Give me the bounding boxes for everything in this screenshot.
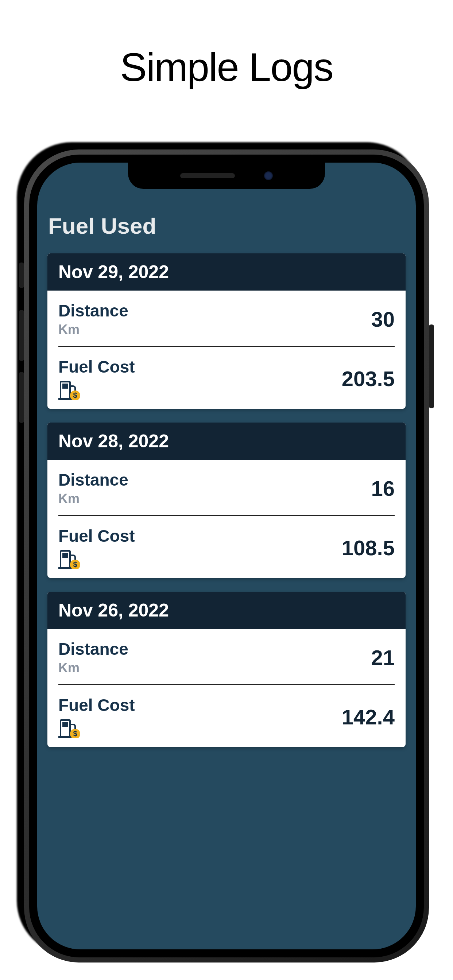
log-card[interactable]: Nov 28, 2022 Distance Km 16 [48,423,405,578]
distance-unit: Km [58,322,128,337]
fuel-cost-value: 108.5 [342,536,395,560]
log-card[interactable]: Nov 29, 2022 Distance Km 30 [48,253,405,409]
fuel-cost-row: Fuel Cost [58,346,395,409]
power-button [429,325,434,408]
fuel-pump-cost-icon: $ [58,549,84,569]
distance-label: Distance [58,639,128,659]
fuel-cost-value: 142.4 [342,705,395,729]
svg-text:$: $ [73,560,77,568]
phone-notch [128,162,325,189]
log-list[interactable]: Nov 29, 2022 Distance Km 30 [37,253,416,747]
marketing-title: Simple Logs [0,0,453,90]
volume-up-button [19,310,24,361]
svg-text:$: $ [73,391,77,399]
distance-label: Distance [58,301,128,320]
log-date: Nov 26, 2022 [48,592,405,629]
fuel-cost-label: Fuel Cost [58,695,135,715]
fuel-pump-cost-icon: $ [58,380,84,400]
distance-label: Distance [58,470,128,490]
distance-value: 16 [371,476,395,501]
screen-title: Fuel Used [37,206,416,253]
distance-row: Distance Km 21 [58,629,395,684]
fuel-cost-label: Fuel Cost [58,526,135,546]
fuel-cost-label: Fuel Cost [58,357,135,377]
svg-rect-6 [62,553,68,558]
fuel-cost-row: Fuel Cost [58,684,395,747]
volume-down-button [19,372,24,423]
distance-unit: Km [58,660,128,676]
distance-value: 21 [371,645,395,670]
log-date: Nov 29, 2022 [48,253,405,291]
silence-switch [19,262,24,288]
fuel-cost-row: Fuel Cost [58,515,395,578]
fuel-cost-value: 203.5 [342,366,395,391]
svg-rect-11 [62,722,68,727]
distance-row: Distance Km 30 [58,291,395,346]
fuel-pump-cost-icon: $ [58,719,84,738]
log-card[interactable]: Nov 26, 2022 Distance Km 21 [48,592,405,747]
distance-row: Distance Km 16 [58,460,395,515]
log-date: Nov 28, 2022 [48,423,405,460]
svg-rect-1 [62,383,68,389]
distance-value: 30 [371,307,395,331]
distance-unit: Km [58,491,128,506]
phone-screen: Fuel Used Nov 29, 2022 Distance Km [37,162,416,950]
svg-text:$: $ [73,730,77,738]
phone-mockup: Fuel Used Nov 29, 2022 Distance Km [24,150,429,963]
app-root: Fuel Used Nov 29, 2022 Distance Km [37,162,416,950]
